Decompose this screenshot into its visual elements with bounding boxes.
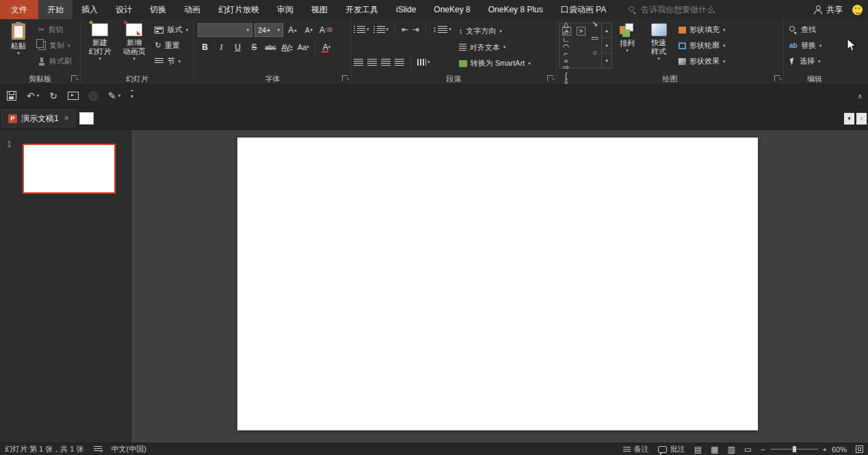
format-painter-button[interactable]: 格式刷 <box>35 53 75 69</box>
reading-view-button[interactable]: ▥ <box>727 445 735 454</box>
dialog-launcher-icon[interactable] <box>71 75 77 81</box>
ribbon-tab[interactable]: 视图 <box>302 0 337 19</box>
blank-tab-placeholder[interactable] <box>79 112 94 125</box>
gallery-scroll-up-button[interactable]: ▴ <box>602 23 611 38</box>
zoom-slider-thumb[interactable] <box>793 446 796 452</box>
decrease-indent-button[interactable]: ⇤ <box>402 25 408 34</box>
redo-button[interactable]: ↻ <box>49 91 57 101</box>
ribbon-tab[interactable]: 文件 <box>0 0 38 19</box>
paste-button[interactable]: 粘贴 <box>2 21 35 56</box>
ribbon-tab[interactable]: 设计 <box>107 0 141 19</box>
copy-button[interactable]: 复制 <box>35 38 75 53</box>
shape-cell[interactable]: ▱ <box>560 25 573 40</box>
shape-cell[interactable]: ◠ <box>560 40 573 54</box>
increase-indent-button[interactable]: ⇥ <box>412 25 419 34</box>
next-tab-button[interactable]: › <box>856 113 867 125</box>
ribbon-tab[interactable]: 审阅 <box>268 0 302 19</box>
find-button[interactable]: 查找 <box>786 22 825 38</box>
start-slideshow-button[interactable] <box>68 92 79 100</box>
font-size-select[interactable]: 24+ <box>254 23 283 37</box>
ribbon-tab[interactable]: 口袋动画 PA <box>552 0 615 19</box>
text-direction-button[interactable]: ↕ 文字方向 <box>456 23 534 39</box>
replace-button[interactable]: ab 替换 <box>786 38 825 53</box>
cut-button[interactable]: ✂ 剪切 <box>35 22 75 38</box>
numbering-button[interactable] <box>373 26 389 33</box>
line-spacing-button[interactable]: ↕ <box>432 25 451 34</box>
new-slide-button[interactable]: 新建 幻灯片 <box>83 21 117 62</box>
vertical-textbox-icon[interactable]: A <box>577 27 586 36</box>
align-left-button[interactable] <box>354 59 363 66</box>
bold-button[interactable]: B <box>198 40 212 54</box>
zoom-out-button[interactable]: − <box>761 445 765 454</box>
language-button[interactable]: 中文(中国) <box>111 444 146 454</box>
character-spacing-button[interactable]: AV <box>280 40 294 54</box>
text-shadow-button[interactable]: S <box>247 40 261 54</box>
convert-to-smartart-button[interactable]: 转换为 SmartArt <box>456 55 534 71</box>
font-color-button[interactable]: A <box>319 40 334 54</box>
select-button[interactable]: 选择 <box>786 53 825 69</box>
decrease-font-size-button[interactable]: A▾ <box>302 23 316 37</box>
shape-outline-button[interactable]: 形状轮廓 <box>675 38 729 53</box>
new-animation-page-button[interactable]: 新增 动画页 <box>117 21 151 62</box>
shape-fill-button[interactable]: 形状填充 <box>675 22 729 38</box>
save-button[interactable] <box>7 91 16 101</box>
ribbon-tab[interactable]: iSlide <box>387 0 425 19</box>
tab-list-dropdown-button[interactable]: ▾ <box>844 113 854 125</box>
change-case-button[interactable]: Aa <box>296 40 311 54</box>
dialog-launcher-icon[interactable] <box>547 75 553 81</box>
close-tab-icon[interactable]: × <box>64 114 69 123</box>
dialog-launcher-icon[interactable] <box>342 75 348 81</box>
quick-styles-button[interactable]: 快速 样式 <box>642 21 675 62</box>
bullets-button[interactable] <box>354 26 369 33</box>
gallery-scroll-down-button[interactable]: ▾ <box>602 38 611 53</box>
ribbon-tab[interactable]: 幻灯片放映 <box>209 0 268 19</box>
tell-me-search[interactable]: 告诉我你想要做什么 <box>629 0 715 19</box>
columns-button[interactable] <box>417 59 430 66</box>
fit-slide-to-window-button[interactable] <box>856 445 863 453</box>
share-button[interactable]: 共享 <box>804 0 852 19</box>
ribbon-tab[interactable]: OneKey 8 Plus <box>479 0 552 19</box>
italic-button[interactable]: I <box>214 40 228 54</box>
ribbon-tab[interactable]: 切换 <box>141 0 175 19</box>
align-text-button[interactable]: 对齐文本 <box>456 40 534 55</box>
strikethrough-button[interactable]: abc <box>263 40 278 54</box>
comments-button[interactable]: 批注 <box>658 444 685 454</box>
ribbon-tab[interactable]: 开发工具 <box>337 0 387 19</box>
zoom-in-button[interactable]: + <box>823 445 827 454</box>
ribbon-tab[interactable]: 插入 <box>73 0 107 19</box>
align-right-button[interactable] <box>381 59 391 66</box>
ribbon-tab[interactable]: OneKey 8 <box>425 0 479 19</box>
ribbon-tab[interactable]: 动画 <box>175 0 209 19</box>
font-name-select[interactable] <box>198 23 252 37</box>
customize-qat-button[interactable] <box>131 90 133 101</box>
increase-font-size-button[interactable]: A▴ <box>285 23 300 37</box>
reset-button[interactable]: ↻ 重置 <box>151 38 192 53</box>
arrange-button[interactable]: 排列 <box>612 21 642 53</box>
spellcheck-button[interactable] <box>94 446 102 452</box>
justify-button[interactable] <box>395 59 404 66</box>
touch-mode-button[interactable] <box>89 92 98 101</box>
document-tab[interactable]: P 演示文稿1 × <box>1 109 76 127</box>
collapse-ribbon-button[interactable]: ∧ <box>858 85 863 107</box>
section-button[interactable]: 节 <box>151 53 192 69</box>
zoom-slider[interactable] <box>770 449 818 450</box>
dialog-launcher-icon[interactable] <box>774 75 780 81</box>
shape-cell[interactable]: ≈ <box>560 54 573 68</box>
ribbon-tab[interactable]: 开始 <box>38 0 73 19</box>
clear-formatting-button[interactable]: A⌫ <box>318 23 334 37</box>
notes-button[interactable]: 备注 <box>623 444 649 454</box>
slideshow-view-button[interactable]: ▭ <box>744 445 752 454</box>
align-center-button[interactable] <box>367 59 377 66</box>
underline-button[interactable]: U <box>231 40 245 54</box>
slide-editing-surface[interactable] <box>237 138 758 430</box>
pen-tools-button[interactable]: ✎ <box>108 91 120 101</box>
slide-sorter-view-button[interactable]: ▦ <box>711 445 718 454</box>
undo-button[interactable]: ↶ <box>27 91 39 101</box>
zoom-percentage[interactable]: 60% <box>832 445 847 454</box>
feedback-smiley-icon[interactable] <box>852 5 863 15</box>
gallery-more-button[interactable]: ▾ <box>602 53 611 68</box>
layout-button[interactable]: 版式 <box>151 22 192 38</box>
slide-thumbnail[interactable] <box>23 144 116 194</box>
normal-view-button[interactable]: ▤ <box>694 445 702 454</box>
shape-effects-button[interactable]: 形状效果 <box>675 53 729 69</box>
